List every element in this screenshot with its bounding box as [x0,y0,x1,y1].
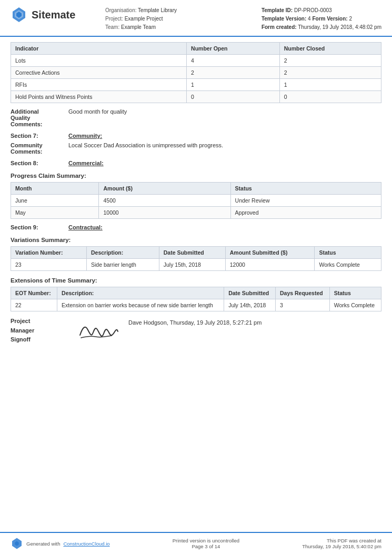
table-row: 23Side barrier lengthJuly 15th, 20181200… [11,259,381,271]
table-cell: 3 [276,299,330,311]
eot-table: EOT Number: Description: Date Submitted … [11,287,381,311]
number-closed-col-header: Number Closed [279,43,381,55]
eot-desc-header: Description: [57,287,224,299]
header-right: Template ID: DP-PROD-0003 Template Versi… [262,6,381,32]
table-cell: 0 [279,91,381,103]
table-cell: Approved [230,207,381,219]
footer-center-line2: Page 3 of 14 [173,543,239,549]
content: Indicator Number Open Number Closed Lots… [0,37,392,532]
logo-text: Sitemate [32,9,75,21]
eot-status-header: Status [329,287,381,299]
template-version-row: Template Version: 4 Form Version: 2 [262,15,381,23]
table-cell: 10000 [99,207,230,219]
team-row: Team: Example Team [105,23,262,32]
section7-label: Section 7: [11,133,68,139]
table-row: June4500Under Review [11,195,381,207]
table-cell: May [11,207,99,219]
signoff-block: ProjectManagerSignoff Dave Hodgson, Thur… [11,317,381,345]
table-row: May10000Approved [11,207,381,219]
progress-tbody: June4500Under ReviewMay10000Approved [11,195,381,219]
variations-tbody: 23Side barrier lengthJuly 15th, 20181200… [11,259,381,271]
section9-label: Section 9: [11,224,68,230]
signoff-label: ProjectManagerSignoff [11,317,68,345]
table-cell: Under Review [230,195,381,207]
footer-logo-icon [11,537,23,550]
page: Sitemate Organisation: Template Library … [0,0,392,554]
table-row: RFIs11 [11,79,381,91]
table-cell: Extension on barrier works because of ne… [57,299,224,311]
variations-table: Variation Number: Description: Date Subm… [11,246,381,271]
form-created-row: Form created: Thursday, 19 July 2018, 4:… [262,23,381,32]
table-row: Hold Points and Witness Points00 [11,91,381,103]
footer-link[interactable]: ConstructionCloud.io [63,541,109,547]
status-col-header: Status [230,183,381,195]
indicator-col-header: Indicator [11,43,187,55]
section9-block: Section 9: Contractual: [11,224,381,230]
section7-title: Community: [68,133,102,139]
table-cell: RFIs [11,79,187,91]
table-row: Corrective Actions22 [11,67,381,79]
header: Sitemate Organisation: Template Library … [0,0,392,37]
signoff-value: Dave Hodgson, Thursday, 19 July 2018, 5:… [128,317,262,326]
section8-title: Commercial: [68,160,104,166]
table-cell: 23 [11,259,87,271]
section7-block: Section 7: Community: [11,133,381,139]
amount-col-header: Amount ($) [99,183,230,195]
table-cell: 2 [187,67,280,79]
table-cell: Side barrier length [86,259,159,271]
table-cell: 1 [279,79,381,91]
table-cell: Works Complete [329,299,381,311]
eot-date-header: Date Submitted [224,287,276,299]
section9-title: Contractual: [68,224,103,230]
eot-days-header: Days Requested [276,287,330,299]
variations-title: Variations Summary: [11,237,381,243]
additional-quality-label: AdditionalQualityComments: [11,108,68,127]
footer-center: Printed version is uncontrolled Page 3 o… [173,538,239,549]
table-cell: June [11,195,99,207]
table-cell: Corrective Actions [11,67,187,79]
table-cell: July 15th, 2018 [159,259,225,271]
project-row: Project: Example Project [105,15,262,23]
indicator-tbody: Lots42Corrective Actions22RFIs11Hold Poi… [11,55,381,103]
variation-status-header: Status [315,247,381,259]
header-meta: Organisation: Template Library Project: … [105,6,262,32]
table-row: 22Extension on barrier works because of … [11,299,381,311]
footer-generated-text: Generated with [26,541,60,547]
table-cell: Works Complete [315,259,381,271]
table-cell: July 14th, 2018 [224,299,276,311]
table-cell: 12000 [225,259,315,271]
section8-label: Section 8: [11,160,68,166]
progress-claim-title: Progress Claim Summary: [11,173,381,179]
variation-date-header: Date Submitted [159,247,225,259]
table-row: Lots42 [11,55,381,67]
section8-block: Section 8: Commercial: [11,160,381,166]
additional-quality-value: Good month for quality [68,108,127,127]
table-cell: 1 [187,79,280,91]
signature-svg [75,317,122,343]
variation-desc-header: Description: [86,247,159,259]
footer: Generated with ConstructionCloud.io Prin… [0,532,392,554]
org-row: Organisation: Template Library [105,6,262,15]
additional-quality-block: AdditionalQualityComments: Good month fo… [11,108,381,127]
indicator-table: Indicator Number Open Number Closed Lots… [11,42,381,103]
footer-right-line2: Thursday, 19 July 2018, 5:40:02 pm [302,543,381,549]
table-cell: 0 [187,91,280,103]
community-comments-value: Local Soccer Dad Association is unimpres… [68,142,223,155]
footer-left: Generated with ConstructionCloud.io [11,537,110,550]
eot-title: Extensions of Time Summary: [11,277,381,284]
eot-num-header: EOT Number: [11,287,57,299]
table-cell: 4 [187,55,280,67]
variation-num-header: Variation Number: [11,247,87,259]
table-cell: 22 [11,299,57,311]
community-comments-label: CommunityComments: [11,142,68,155]
footer-right-line1: This PDF was created at [302,538,381,543]
sitemate-logo-icon [11,6,27,23]
progress-claim-header-row: Month Amount ($) Status [11,183,381,195]
variations-header-row: Variation Number: Description: Date Subm… [11,247,381,259]
signature-area [75,317,122,344]
template-id-row: Template ID: DP-PROD-0003 [262,6,381,15]
indicator-header-row: Indicator Number Open Number Closed [11,43,381,55]
footer-center-line1: Printed version is uncontrolled [173,538,239,543]
variation-amount-header: Amount Submitted ($) [225,247,315,259]
table-cell: 4500 [99,195,230,207]
